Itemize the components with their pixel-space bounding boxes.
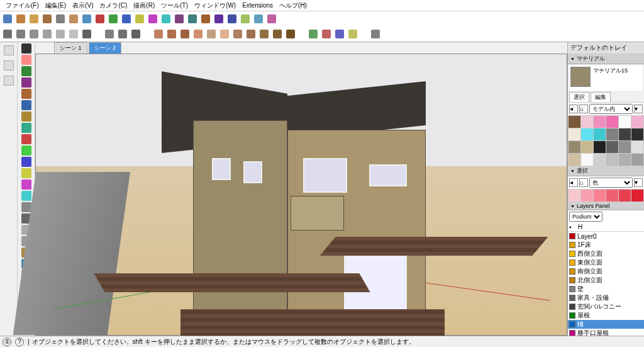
material-swatch[interactable] bbox=[631, 128, 643, 140]
help-icon[interactable]: ? bbox=[15, 338, 24, 346]
layer-row[interactable]: 1F床 bbox=[568, 241, 644, 249]
layer-row[interactable]: Layer0 bbox=[568, 232, 644, 241]
material-swatch[interactable] bbox=[606, 154, 618, 166]
box-button[interactable] bbox=[67, 13, 80, 25]
mat10-button[interactable] bbox=[213, 13, 225, 25]
move-tool[interactable] bbox=[21, 134, 31, 144]
r7-button[interactable] bbox=[231, 28, 244, 40]
info-icon[interactable]: ① bbox=[3, 338, 11, 346]
select-panel-header[interactable]: 選択 bbox=[568, 166, 644, 176]
layer-row[interactable]: 玄関バルコニー bbox=[568, 302, 644, 311]
mat1-button[interactable] bbox=[94, 13, 106, 25]
text-tool[interactable] bbox=[21, 179, 31, 190]
layer-row[interactable]: 西側立面 bbox=[568, 249, 644, 258]
material-swatch[interactable] bbox=[594, 116, 606, 128]
material-swatch[interactable] bbox=[631, 141, 643, 153]
back-icon[interactable]: ◂ bbox=[569, 178, 578, 187]
jw-button[interactable] bbox=[226, 13, 238, 25]
grid-button[interactable] bbox=[80, 13, 93, 25]
layer-row[interactable]: 勝手口屋根 bbox=[568, 329, 644, 336]
r4-button[interactable] bbox=[192, 28, 204, 40]
material-mode-tab[interactable]: 編集 bbox=[591, 92, 611, 102]
g5-button[interactable] bbox=[54, 28, 67, 40]
color-swatch[interactable] bbox=[631, 190, 643, 202]
viewport-3d[interactable] bbox=[35, 54, 567, 336]
mat2-button[interactable] bbox=[107, 13, 119, 25]
layers-set-select[interactable]: Podium bbox=[569, 212, 602, 222]
mat8-button[interactable] bbox=[186, 13, 199, 25]
menu-item[interactable]: 描画(R) bbox=[130, 1, 158, 10]
material-swatch[interactable] bbox=[569, 128, 580, 140]
material-mode-tab[interactable]: 選択 bbox=[569, 92, 589, 102]
r10-button[interactable] bbox=[271, 28, 284, 40]
img3-button[interactable] bbox=[265, 13, 278, 25]
img2-button[interactable] bbox=[252, 13, 265, 25]
material-swatch[interactable] bbox=[581, 116, 593, 128]
material-swatch[interactable] bbox=[569, 154, 580, 166]
r8-button[interactable] bbox=[245, 28, 257, 40]
f6-button[interactable] bbox=[1, 13, 14, 25]
material-panel-header[interactable]: マテリアル bbox=[568, 54, 644, 64]
mat4-button[interactable] bbox=[133, 13, 146, 25]
layer-row[interactable]: 家具・設備 bbox=[568, 293, 644, 302]
select-mode-select[interactable]: 色 bbox=[589, 178, 633, 188]
mat9-button[interactable] bbox=[199, 13, 212, 25]
material-swatch[interactable] bbox=[606, 116, 618, 128]
globe-button[interactable] bbox=[14, 13, 27, 25]
new-button[interactable] bbox=[369, 28, 382, 40]
arc-tool[interactable] bbox=[21, 77, 31, 88]
g1-button[interactable] bbox=[1, 28, 14, 40]
mat5-button[interactable] bbox=[147, 13, 159, 25]
g7-button[interactable] bbox=[80, 28, 93, 40]
material-swatch[interactable] bbox=[594, 141, 606, 153]
color-swatch[interactable] bbox=[606, 190, 618, 202]
paint-tool[interactable] bbox=[21, 191, 31, 201]
scene-tab[interactable]: シーン 2 bbox=[89, 42, 122, 54]
r9-button[interactable] bbox=[258, 28, 270, 40]
menu-item[interactable]: 編集(E) bbox=[42, 1, 69, 10]
orbit-tool[interactable] bbox=[21, 202, 31, 212]
offset-tool[interactable] bbox=[21, 123, 31, 133]
g4-button[interactable] bbox=[41, 28, 53, 40]
g2-button[interactable] bbox=[14, 28, 27, 40]
material-swatch[interactable] bbox=[594, 154, 606, 166]
scene-tab[interactable]: シーン 1 bbox=[54, 42, 87, 54]
r1-button[interactable] bbox=[152, 28, 165, 40]
g6-button[interactable] bbox=[67, 28, 80, 40]
scale-tool[interactable] bbox=[21, 157, 31, 167]
line-tool[interactable] bbox=[21, 66, 31, 76]
r3-button[interactable] bbox=[179, 28, 191, 40]
material-swatch[interactable] bbox=[619, 154, 631, 166]
img1-button[interactable] bbox=[239, 13, 252, 25]
menu-item[interactable]: ファイル(F) bbox=[3, 1, 42, 10]
cubes-button[interactable] bbox=[41, 13, 53, 25]
material-swatch[interactable] bbox=[631, 116, 643, 128]
layer-row[interactable]: 屋根 bbox=[568, 311, 644, 320]
p4-button[interactable] bbox=[347, 28, 359, 40]
material-swatch[interactable] bbox=[569, 141, 580, 153]
material-swatch[interactable] bbox=[581, 154, 593, 166]
menu-item[interactable]: 表示(V) bbox=[69, 1, 96, 10]
glasses-button[interactable] bbox=[116, 28, 129, 40]
material-swatch[interactable] bbox=[606, 128, 618, 140]
p2-button[interactable] bbox=[320, 28, 333, 40]
dropdown-icon[interactable]: ▾ bbox=[634, 105, 643, 113]
layer-row[interactable]: 壁 bbox=[568, 285, 644, 293]
g3-button[interactable] bbox=[28, 28, 40, 40]
back-icon[interactable]: ◂ bbox=[569, 105, 578, 113]
material-swatch[interactable] bbox=[619, 128, 631, 140]
home-icon[interactable]: ⌂ bbox=[579, 105, 588, 113]
menu-item[interactable]: ウィンドウ(W) bbox=[191, 1, 239, 10]
cube-button[interactable] bbox=[28, 13, 40, 25]
material-swatch[interactable] bbox=[569, 116, 580, 128]
layers-panel-header[interactable]: Layers Panel bbox=[568, 202, 644, 210]
menu-item[interactable]: カメラ(C) bbox=[96, 1, 130, 10]
r6-button[interactable] bbox=[218, 28, 231, 40]
gear-button[interactable] bbox=[54, 13, 67, 25]
mat7-button[interactable] bbox=[173, 13, 186, 25]
p3-button[interactable] bbox=[333, 28, 346, 40]
select-tool[interactable] bbox=[21, 43, 31, 54]
color-swatch[interactable] bbox=[619, 190, 631, 202]
blank2-button[interactable] bbox=[2, 59, 16, 72]
eye-button[interactable] bbox=[103, 28, 116, 40]
